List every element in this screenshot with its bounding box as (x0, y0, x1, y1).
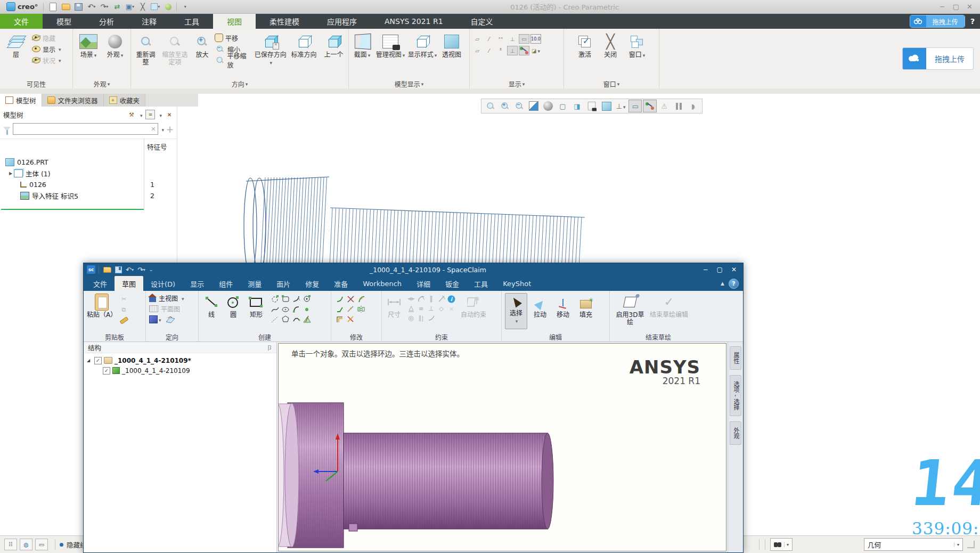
side-tab-properties[interactable]: 属性 (730, 346, 741, 370)
window-switch-button[interactable]: ▣▾ (125, 3, 134, 11)
add-filter-button[interactable]: ＋ (166, 124, 174, 134)
statusbar-tree-toggle[interactable]: ⠿ (4, 539, 17, 550)
drag-upload-button-top[interactable]: 拖拽上传 (910, 15, 965, 28)
three-point-circle-button[interactable] (271, 295, 279, 303)
sc-help-button[interactable]: ? (729, 279, 739, 289)
rectangle-tool-button[interactable]: 矩形 (246, 293, 267, 319)
ellipse-button[interactable] (282, 305, 290, 313)
sc-redo-button[interactable]: ↷▾ (137, 266, 145, 274)
annotation-toggle-button[interactable]: ▭ (628, 100, 642, 112)
corner-rectangle-button[interactable] (282, 295, 290, 303)
spin-center-button[interactable] (643, 100, 656, 112)
zoom-in-view-button[interactable]: + (498, 100, 511, 112)
sc-paste-button[interactable]: 粘贴（A） (87, 293, 117, 319)
symmetry-constraint-button[interactable]: ∥| (419, 315, 423, 322)
sc-tab-keyshot[interactable]: KeyShot (495, 276, 538, 291)
bolt-model-3d[interactable] (278, 399, 557, 551)
standard-orientation-button[interactable]: 标准方向 (289, 31, 319, 59)
sc-collapse-ribbon-button[interactable]: ▲ (721, 281, 724, 286)
point-tag-toggle[interactable]: ˣ̽ (495, 46, 506, 55)
activate-button[interactable]: ✓ 激活 (575, 31, 595, 59)
format-brush-button[interactable] (119, 316, 128, 324)
split-curve-button[interactable] (357, 295, 365, 303)
manage-views-button[interactable]: 管理视图 (375, 31, 405, 59)
pan-zoom-button[interactable]: 平移缩放 (215, 55, 252, 65)
solid-visibility-checkbox[interactable]: ✓ (103, 367, 110, 375)
new-file-button[interactable] (48, 3, 58, 11)
clear-search-icon[interactable]: ✕ (151, 126, 156, 133)
fillet-curve-button[interactable] (347, 315, 355, 323)
sc-tab-measure[interactable]: 测量 (240, 276, 269, 291)
graphics-capture-button[interactable]: ▾ (151, 3, 160, 11)
tab-model-tree[interactable]: 模型树 (0, 94, 42, 107)
construction-line-button[interactable] (271, 315, 279, 323)
tree-filter-eye-button[interactable]: 🞬 (165, 110, 174, 119)
close-button[interactable]: ✕ (967, 3, 973, 11)
plane-display-toggle[interactable]: ▱ (472, 34, 483, 44)
tree-row-part[interactable]: 0126.PRT (0, 157, 182, 168)
minimize-button[interactable]: − (940, 3, 945, 11)
sections-button[interactable]: 截面 (351, 31, 373, 59)
maximize-button[interactable]: ▢ (953, 3, 959, 11)
home-view-button[interactable]: 主视图 (149, 293, 184, 303)
search-tool-button[interactable]: ▾ (770, 538, 793, 551)
sc-tab-repair[interactable]: 修复 (298, 276, 326, 291)
enable-3d-sketch-button[interactable]: 启用3D草绘 (613, 293, 647, 326)
structure-row-solid[interactable]: ✓ _1000_4_1_4-210109 (84, 365, 276, 376)
csys-tag-toggle[interactable]: ⊥ (507, 46, 518, 55)
sc-tab-display[interactable]: 显示 (183, 276, 211, 291)
statusbar-browser-toggle[interactable]: ◍ (20, 539, 32, 550)
circle-tool-button[interactable]: 圆 (224, 293, 243, 319)
tab-customize[interactable]: 自定义 (457, 14, 507, 29)
create-corner-button[interactable] (336, 295, 344, 303)
tree-row-csys[interactable]: 0126 1 (0, 179, 197, 190)
fix-constraint-button[interactable]: ⨯ (449, 305, 454, 312)
perspective-view-button[interactable] (600, 100, 613, 112)
sc-tab-workbench[interactable]: Workbench (355, 276, 409, 291)
dimension-button[interactable]: 尺寸 (385, 293, 403, 319)
regenerate-button[interactable]: ⇄ (112, 3, 121, 11)
coincident-constraint-button[interactable]: ◇ (439, 305, 443, 312)
play-next-button[interactable]: ◗ (687, 100, 700, 112)
project-to-sketch-button[interactable] (303, 315, 311, 323)
snap-view-button[interactable] (166, 316, 175, 323)
sc-undo-button[interactable]: ↶▾ (126, 266, 134, 274)
plane-tag-toggle[interactable]: ▱ (472, 46, 483, 55)
tree-settings-button[interactable]: ⚒ (127, 110, 136, 119)
datum-display-button[interactable]: ⊥ (614, 100, 627, 112)
display-style-button[interactable]: 显示样式 (407, 31, 437, 59)
tangent-arc-button[interactable] (292, 295, 300, 303)
midpoint-constraint-button[interactable] (407, 295, 415, 303)
constraint-info-button[interactable]: i (447, 295, 455, 303)
sc-tab-file[interactable]: 文件 (86, 276, 115, 291)
tree-settings-caret[interactable] (139, 111, 143, 119)
axis-display-toggle[interactable]: ⁄ (484, 34, 494, 44)
tangent-constraint-button[interactable] (418, 295, 425, 303)
tab-model[interactable]: 模型 (43, 14, 85, 29)
circle-center-button[interactable] (303, 295, 311, 303)
qat-overflow-button[interactable]: ▾ (176, 3, 190, 11)
display-style-view-button[interactable]: ▢ (556, 100, 569, 112)
tree-columns-caret[interactable] (158, 111, 162, 119)
close-window-button[interactable]: ╳ (138, 3, 147, 11)
cut-button[interactable]: ✂ (119, 295, 128, 303)
root-visibility-checkbox[interactable]: ✓ (94, 357, 102, 364)
view-manager-button[interactable] (585, 100, 599, 112)
annotation-display-toggle[interactable]: ▭ (519, 34, 529, 44)
zoom-out-view-button[interactable]: − (512, 100, 526, 112)
tab-applications[interactable]: 应用程序 (313, 14, 371, 29)
mirror-button[interactable] (357, 305, 365, 313)
sweep-arc-button[interactable] (292, 305, 300, 313)
tab-file[interactable]: 文件 (0, 14, 43, 29)
pull-tool-button[interactable]: 拉动 (530, 293, 550, 319)
sc-open-button[interactable] (103, 267, 111, 273)
repaint-button[interactable] (527, 100, 540, 112)
csys-display-toggle[interactable]: ⊥ (507, 34, 518, 44)
sc-close-button[interactable]: ✕ (731, 266, 737, 273)
filter-funnel-icon[interactable] (3, 127, 11, 131)
warning-button[interactable]: ⚠ (658, 100, 671, 112)
sc-tab-detail[interactable]: 详细 (409, 276, 438, 291)
view-cube-button[interactable] (149, 315, 161, 323)
tab-tools[interactable]: 工具 (170, 14, 213, 29)
pan-button[interactable]: 平移 (215, 33, 252, 43)
